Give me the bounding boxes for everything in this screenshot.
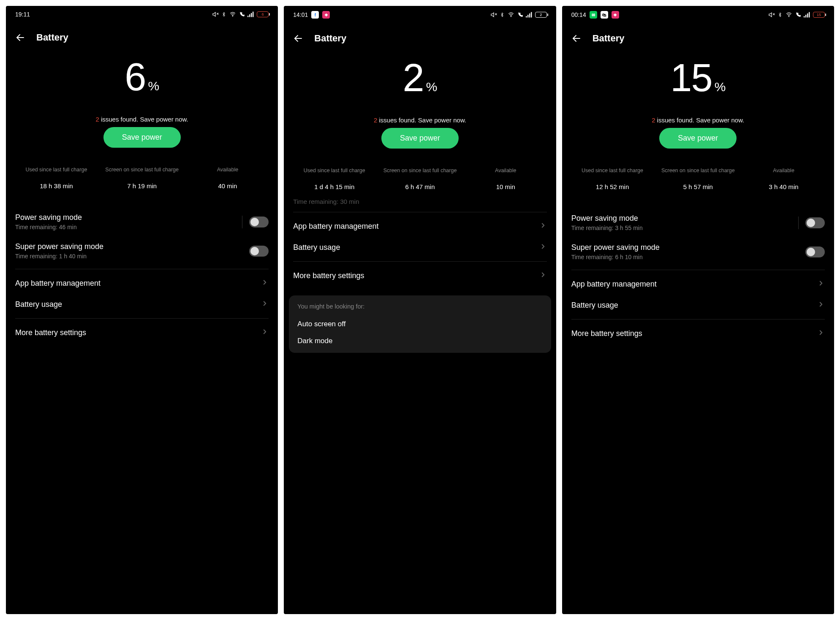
divider <box>293 212 546 212</box>
chevron-right-icon <box>539 243 547 252</box>
battery-percentage: 15 % <box>562 48 834 100</box>
chevron-right-icon <box>261 300 269 309</box>
bluetooth-icon <box>221 11 226 18</box>
status-app-icon: f <box>311 11 319 19</box>
chevron-right-icon <box>539 222 547 231</box>
settings-link[interactable]: Battery usage <box>284 237 556 258</box>
battery-icon: 6 <box>257 11 269 17</box>
wifi-icon <box>229 11 237 17</box>
toggle-switch[interactable] <box>805 217 825 228</box>
toggle-row[interactable]: Power saving mode Time remaining: 3 h 55… <box>562 208 834 237</box>
svg-point-18 <box>788 16 789 17</box>
suggestions-card: You might be looking for: Auto screen of… <box>289 295 551 353</box>
svg-rect-5 <box>251 13 252 17</box>
content-area: 15 % 2issues found. Save power now. Save… <box>562 48 834 614</box>
signal-icon <box>526 12 533 18</box>
settings-link[interactable]: App battery management <box>284 216 556 237</box>
header: Battery <box>6 20 278 47</box>
save-power-button[interactable]: Save power <box>659 128 737 149</box>
phone-screen-1: 14:01 f❖ 2 Battery 2 % 2issues found. Sa… <box>284 6 556 614</box>
status-app-icon: ❖ <box>612 11 619 19</box>
back-button[interactable] <box>293 33 303 43</box>
settings-link[interactable]: App battery management <box>562 273 834 295</box>
svg-rect-3 <box>247 16 248 17</box>
chevron-right-icon <box>261 328 269 337</box>
svg-rect-22 <box>809 12 810 18</box>
phone-screen-2: 00:14 ✉🛍❖ 15 Battery 15 % 2issues found.… <box>562 6 834 614</box>
status-bar: 00:14 ✉🛍❖ 15 <box>562 6 834 21</box>
status-bar: 14:01 f❖ 2 <box>284 6 556 21</box>
chevron-right-icon <box>817 329 825 338</box>
wifi-icon <box>507 12 515 18</box>
signal-icon <box>804 12 810 18</box>
page-title: Battery <box>36 32 68 43</box>
divider <box>571 319 825 319</box>
mute-icon <box>768 11 775 18</box>
stat-screen-on: Screen on since last full charge 5 h 57 … <box>657 164 739 190</box>
status-time: 14:01 <box>293 11 308 18</box>
stat-screen-on: Screen on since last full charge 7 h 19 … <box>101 163 183 190</box>
status-bar: 19:11 6 <box>6 6 278 20</box>
call-icon <box>239 11 245 17</box>
toggle-row[interactable]: Power saving mode Time remaining: 46 min <box>6 207 278 236</box>
issues-text: 2issues found. Save power now. <box>6 100 278 127</box>
svg-rect-12 <box>527 15 528 17</box>
toggle-row[interactable]: Super power saving mode Time remaining: … <box>562 237 834 266</box>
chevron-right-icon <box>261 279 269 288</box>
divider <box>571 270 825 270</box>
call-icon <box>517 12 523 18</box>
battery-stats: Used since last full charge 12 h 52 min … <box>562 149 834 198</box>
suggestion-item[interactable]: Auto screen off <box>297 316 542 333</box>
save-power-button[interactable]: Save power <box>103 127 181 148</box>
stat-used: Used since last full charge 1 d 4 h 15 m… <box>293 164 375 190</box>
header: Battery <box>562 21 834 48</box>
mute-icon <box>490 11 497 18</box>
divider <box>15 269 269 269</box>
chevron-right-icon <box>817 279 825 289</box>
svg-rect-20 <box>805 15 806 17</box>
toggle-row[interactable]: Super power saving mode Time remaining: … <box>6 236 278 265</box>
content-area: 6 % 2issues found. Save power now. Save … <box>6 47 278 614</box>
back-button[interactable] <box>15 32 25 43</box>
more-settings-link[interactable]: More battery settings <box>6 322 278 343</box>
battery-percentage: 6 % <box>6 47 278 100</box>
phone-screen-0: 19:11 6 Battery 6 % 2issues found. Save … <box>6 6 278 614</box>
save-power-button[interactable]: Save power <box>381 128 459 149</box>
chevron-right-icon <box>817 301 825 310</box>
suggestion-item[interactable]: Dark mode <box>297 333 542 349</box>
page-title: Battery <box>314 33 346 44</box>
status-app-icon: ✉ <box>590 11 597 19</box>
settings-link[interactable]: Battery usage <box>562 295 834 316</box>
suggestions-title: You might be looking for: <box>297 303 542 310</box>
toggle-switch[interactable] <box>249 246 269 257</box>
more-settings-link[interactable]: More battery settings <box>284 265 556 286</box>
toggle-switch[interactable] <box>249 217 269 227</box>
issues-text: 2issues found. Save power now. <box>284 100 556 128</box>
separator <box>798 217 799 229</box>
divider <box>15 318 269 319</box>
status-time: 19:11 <box>15 11 30 18</box>
stat-screen-on: Screen on since last full charge 6 h 47 … <box>379 164 461 190</box>
svg-rect-6 <box>253 12 253 17</box>
settings-link[interactable]: App battery management <box>6 273 278 294</box>
call-icon <box>795 12 801 18</box>
header: Battery <box>284 21 556 48</box>
svg-rect-11 <box>526 16 527 17</box>
battery-icon: 15 <box>813 12 825 18</box>
settings-link[interactable]: Battery usage <box>6 294 278 315</box>
stat-available: Available 40 min <box>187 163 269 190</box>
bluetooth-icon <box>500 11 505 18</box>
wifi-icon <box>785 12 793 18</box>
back-button[interactable] <box>571 33 582 43</box>
mute-icon <box>212 11 219 18</box>
separator <box>242 216 242 228</box>
stat-used: Used since last full charge 18 h 38 min <box>15 163 98 190</box>
stat-available: Available 10 min <box>465 164 547 190</box>
toggle-switch[interactable] <box>805 246 825 257</box>
signal-icon <box>247 11 254 17</box>
bluetooth-icon <box>777 11 783 18</box>
more-settings-link[interactable]: More battery settings <box>562 323 834 344</box>
battery-icon: 2 <box>535 12 547 18</box>
svg-point-2 <box>233 16 233 16</box>
status-app-icon: ❖ <box>322 11 330 19</box>
